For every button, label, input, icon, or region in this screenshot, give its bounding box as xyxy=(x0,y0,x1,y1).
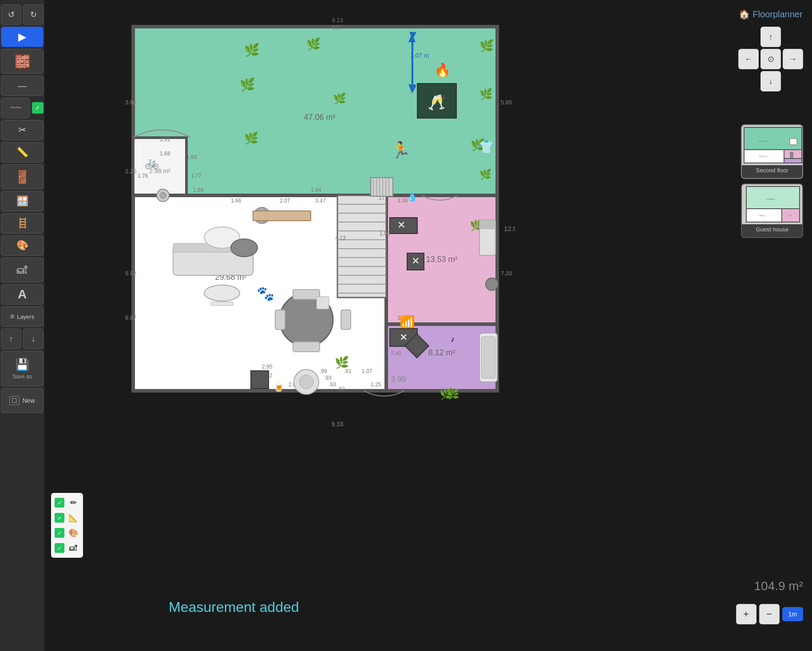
nav-empty-2 xyxy=(783,27,803,47)
zoom-in-button[interactable]: + xyxy=(736,604,757,624)
wall-tool[interactable]: 🧱 xyxy=(1,49,44,74)
door-tool[interactable]: 🚪 xyxy=(1,164,44,189)
window-tool[interactable]: 🪟 xyxy=(1,191,44,211)
layer-check-3[interactable]: ✓ xyxy=(55,528,64,538)
canvas-area[interactable]: 47.06 m² 1.07 m 9.13 8.87 29.68 m² 13.53… xyxy=(44,0,723,651)
plant-9: 🌿 xyxy=(479,168,492,180)
align-row: ↑ ↓ xyxy=(1,329,44,349)
measure-check[interactable]: ✓ xyxy=(32,102,44,114)
svg-rect-29 xyxy=(293,342,320,352)
layer-icon-paint: 🎨 xyxy=(67,527,79,539)
undo-redo-row: ↺ ↻ xyxy=(1,4,44,25)
paw-icon: 🐾 xyxy=(257,285,274,302)
notification: Measurement added xyxy=(169,599,299,615)
align-up-button[interactable]: ↑ xyxy=(1,329,21,349)
dim-left-2: 2.25 xyxy=(125,168,136,175)
line-tool[interactable]: — xyxy=(1,75,44,96)
dim-inner-18: 2.40 xyxy=(391,350,401,357)
bath-plant: 🌿 xyxy=(448,388,460,400)
second-floor-label: Second floor xyxy=(742,165,802,175)
new-button[interactable]: ☐ New xyxy=(1,388,44,413)
zoom-controls: + − 1m xyxy=(736,604,803,624)
bike-icon: 🚲 xyxy=(145,155,159,170)
layer-row-4: ✓ 🛋 xyxy=(55,542,79,554)
plant-1: 🌿 xyxy=(244,43,260,57)
save-as-button[interactable]: 💾 Save as xyxy=(1,351,44,386)
svg-text:bed: bed xyxy=(788,214,792,217)
paint-tool[interactable]: 🎨 xyxy=(1,235,44,256)
top-right-panel: 🏠 Floorplanner ↑ ← ⊙ → ↓ xyxy=(738,9,803,91)
nav-up-button[interactable]: ↑ xyxy=(761,27,781,47)
svg-rect-27 xyxy=(211,302,233,306)
dim-left-3: 5.52 xyxy=(125,270,136,277)
zoom-out-button[interactable]: − xyxy=(759,604,780,624)
layer-check-4[interactable]: ✓ xyxy=(55,543,64,553)
dim-inner-26: .82 xyxy=(337,386,345,392)
layer-check-2[interactable]: ✓ xyxy=(55,513,64,523)
dim-inner-25: .93 xyxy=(329,381,336,388)
layer-checks-panel: ✓ ✏ ✓ 📐 ✓ 🎨 ✓ 🛋 xyxy=(47,493,83,562)
furniture-tool[interactable]: 🛋 xyxy=(1,258,44,282)
small-table xyxy=(317,297,329,309)
dim-inner-14: 4.13 xyxy=(335,235,346,241)
outdoor-area-label: 47.06 m² xyxy=(304,113,335,122)
floorplan[interactable]: 47.06 m² 1.07 m 9.13 8.87 29.68 m² 13.53… xyxy=(115,18,515,435)
home-icon: 🏠 xyxy=(739,9,750,20)
zoom-level: 1m xyxy=(782,607,803,621)
nav-empty-1 xyxy=(738,27,759,47)
nightstand xyxy=(486,278,498,290)
guest-house-label: Guest house xyxy=(742,224,802,234)
brand-label: 🏠 Floorplanner xyxy=(739,9,802,20)
nav-down-button[interactable]: ↓ xyxy=(761,71,781,91)
music-note-1: ♪ xyxy=(451,335,455,344)
plant-4: 🌿 xyxy=(240,77,255,92)
wifi-icon: 📶 xyxy=(400,315,415,329)
svg-point-37 xyxy=(299,375,313,389)
dim-inner-2: 1.68 xyxy=(160,151,170,157)
second-floor-thumb-img: 47.06 m² 29.68 m² 13.53 xyxy=(742,125,803,165)
dark-stool xyxy=(231,239,257,257)
svg-text:outdoor: outdoor xyxy=(766,198,775,200)
plant-6: 🌿 xyxy=(479,87,493,100)
shelf xyxy=(253,211,311,221)
play-button[interactable]: ▶ xyxy=(1,27,44,47)
svg-text:29.68 m²: 29.68 m² xyxy=(759,155,768,158)
plant-2: 🌿 xyxy=(306,37,321,51)
dim-top-2: 8.87 xyxy=(332,24,343,31)
svg-rect-44 xyxy=(790,139,797,145)
stairs-tool[interactable]: 🪜 xyxy=(1,213,44,234)
left-toolbar: ↺ ↻ ▶ 🧱 — 〜〜 ✓ ✂ 📏 🚪 🪟 🪜 🎨 xyxy=(0,0,44,651)
svg-point-19 xyxy=(160,192,166,198)
nav-right-button[interactable]: → xyxy=(783,49,803,69)
dim-inner-28: 1.07 xyxy=(362,368,372,374)
svg-rect-30 xyxy=(275,310,285,329)
layer-check-1[interactable]: ✓ xyxy=(55,498,64,508)
dim-right-2: 7.20 xyxy=(501,270,512,277)
second-floor-thumb[interactable]: 47.06 m² 29.68 m² 13.53 Second floor xyxy=(741,124,803,179)
svg-rect-31 xyxy=(341,310,351,329)
fire-icon: 🔥 xyxy=(434,62,451,78)
tape-tool[interactable]: 📏 xyxy=(1,142,44,163)
redo-button[interactable]: ↻ xyxy=(23,4,44,25)
align-down-button[interactable]: ↓ xyxy=(23,329,44,349)
dim-inner-24: .93 xyxy=(324,375,332,381)
undo-button[interactable]: ↺ xyxy=(1,4,21,25)
nav-center-button[interactable]: ⊙ xyxy=(761,49,781,69)
layer-icon-furniture: 🛋 xyxy=(67,542,79,554)
guest-house-thumb[interactable]: outdoor living bed Guest house xyxy=(741,183,803,238)
dim-inner-6: 1.66 xyxy=(231,198,242,204)
plant-3: 🌿 xyxy=(479,39,494,53)
nav-left-button[interactable]: ← xyxy=(738,49,759,69)
dim-inner-5: 1.76 xyxy=(138,173,148,179)
text-tool[interactable]: A xyxy=(1,284,44,305)
measure-tool[interactable]: 〜〜 xyxy=(1,98,30,118)
sport-figure: 🏃 xyxy=(391,140,411,159)
dim-inner-8: 3.47 xyxy=(315,198,326,204)
layers-button[interactable]: ≡ Layers xyxy=(1,306,44,327)
dim-left-4: 6.87 xyxy=(125,314,136,321)
layer-row-1: ✓ ✏ xyxy=(55,496,79,509)
dim-bottom: 9.33 xyxy=(331,421,343,428)
total-area: 104.9 m² xyxy=(754,579,804,593)
scissors-tool[interactable]: ✂ xyxy=(1,120,44,140)
plant-7: 🌿 xyxy=(244,131,259,145)
